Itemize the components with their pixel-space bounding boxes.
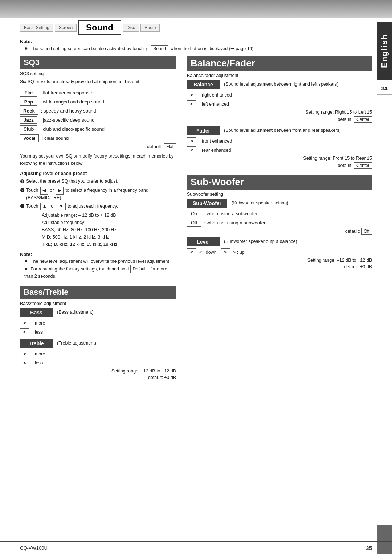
preset-rock: Rock : speedy and heavy sound <box>20 107 176 115</box>
fader-button[interactable]: Fader <box>187 126 220 135</box>
bass-less-btn[interactable]: < <box>20 328 29 336</box>
preset-rock-desc: : speedy and heavy sound <box>41 108 96 114</box>
preset-club-btn[interactable]: Club <box>20 125 37 133</box>
bullet-icon: ● <box>24 45 28 51</box>
step-1-text: Select the preset SQ that you prefer to … <box>26 178 118 184</box>
step-2-num: ❷ <box>20 187 25 194</box>
bullet-icon3: ● <box>24 265 28 272</box>
note-top-text2: when the button is displayed (➡ page 14)… <box>171 46 255 51</box>
treble-desc: (Treble adjustment) <box>57 340 96 347</box>
preset-jazz-btn[interactable]: Jazz <box>20 116 37 124</box>
footer-page: 35 <box>366 545 372 551</box>
balance-left-btn[interactable]: < <box>187 100 196 108</box>
step-3-num: ❸ <box>20 203 25 210</box>
sq3-note-bottom: Note: ● The new level adjustment will ov… <box>20 252 176 280</box>
sub-on-btn[interactable]: On <box>187 210 201 217</box>
step-1: ❶ Select the preset SQ that you prefer t… <box>20 178 176 185</box>
fader-front-btn[interactable]: > <box>187 137 196 145</box>
balance-button[interactable]: Balance <box>187 80 220 89</box>
bass-more-btn[interactable]: > <box>20 319 29 327</box>
treble-less-row: < : less <box>20 359 176 367</box>
note-top-text1: The sound setting screen can be also act… <box>30 46 149 51</box>
level-button-row: Level (Subwoofer speaker output balance) <box>187 237 372 246</box>
bass-button[interactable]: Bass <box>20 308 53 317</box>
preset-pop: Pop : wide-ranged and deep sound <box>20 98 176 106</box>
balance-default: default: Center <box>187 116 372 123</box>
level-up-desc: > : up <box>233 250 245 255</box>
bass-treble-range: Setting range: –12 dB to +12 dB <box>20 368 176 374</box>
fader-rear-btn[interactable]: < <box>187 146 196 154</box>
tab-screen[interactable]: Screen <box>55 24 77 32</box>
fader-rear-label: : rear enhanced <box>199 148 231 153</box>
right-column: Balance/Fader Balance/fader adjustment B… <box>187 56 372 382</box>
level-down-btn[interactable]: < <box>187 248 196 256</box>
balance-right-label: : right enhanced <box>199 93 232 98</box>
treble-more-row: > : more <box>20 350 176 358</box>
sq3-body2: You may set your own SQ or modify factor… <box>20 153 176 167</box>
preset-flat-btn[interactable]: Flat <box>20 89 37 97</box>
balance-right-btn[interactable]: > <box>187 91 196 99</box>
sub-off-row: Off : when not using a subwoofer <box>187 219 372 227</box>
level-up-btn[interactable]: > <box>221 248 230 256</box>
bass-button-row: Bass (Bass adjustment) <box>20 308 176 317</box>
left-arrow-icon: ◀ <box>40 187 48 194</box>
sub-on-desc: : when using a subwoofer <box>204 211 257 216</box>
level-button[interactable]: Level <box>187 237 220 246</box>
bass-treble-subtitle: Bass/treble adjustment <box>20 301 176 306</box>
treble-button[interactable]: Treble <box>20 339 53 348</box>
sq3-default-value: Flat <box>164 143 176 150</box>
bass-less-row: < : less <box>20 328 176 336</box>
bass-desc: (Bass adjustment) <box>57 309 94 316</box>
preset-vocal-desc: : clear sound <box>42 135 69 141</box>
sub-on-row: On : when using a subwoofer <box>187 210 372 217</box>
preset-vocal-btn[interactable]: Vocal <box>20 134 39 142</box>
sub-off-btn[interactable]: Off <box>187 219 201 227</box>
balance-fader-header: Balance/Fader <box>187 56 372 71</box>
sub-woofer-button[interactable]: Sub-Woofer <box>187 199 227 208</box>
sub-woofer-section: Sub-Woofer Subwoofer setting Sub-Woofer … <box>187 175 372 269</box>
preset-vocal: Vocal : clear sound <box>20 134 176 142</box>
sq3-subtitle: SQ3 setting <box>20 71 176 76</box>
treble-less-btn[interactable]: < <box>20 359 29 367</box>
preset-flat: Flat : flat frequency response <box>20 89 176 97</box>
level-default: default: ±0 dB <box>187 264 372 269</box>
sq3-header: SQ3 <box>20 56 176 69</box>
sq3-note-bullet2: ● For resuming the factory settings, tou… <box>20 265 176 280</box>
fader-button-row: Fader (Sound level adjustment between fr… <box>187 126 372 135</box>
tab-radio[interactable]: Radio <box>140 24 160 32</box>
preset-club: Club : club and disco-specific sound <box>20 125 176 133</box>
tab-sound[interactable]: Sound <box>78 20 121 35</box>
sub-woofer-button-row: Sub-Woofer (Subwoofer speaker setting) <box>187 199 372 208</box>
bass-more-row: > : more <box>20 319 176 327</box>
fader-range: Setting range: Front 15 to Rear 15 <box>187 156 372 161</box>
preset-pop-btn[interactable]: Pop <box>20 98 37 106</box>
sub-off-desc: : when not using a subwoofer <box>204 220 265 225</box>
step-3-text: Touch ▲ or ▼ to adjust each frequency. <box>26 203 118 210</box>
fader-default-badge: Center <box>354 162 372 169</box>
treble-more-btn[interactable]: > <box>20 350 29 358</box>
balance-desc: (Sound level adjustment between right an… <box>224 81 338 88</box>
range-line1: Adjustable range: – 12 dB to + 12 dB <box>42 212 176 219</box>
note-top-sound-btn: Sound <box>151 45 168 52</box>
sub-woofer-header: Sub-Woofer <box>187 175 372 190</box>
up-arrow-icon: ▲ <box>40 203 49 210</box>
bass-treble-section: Bass/Treble Bass/treble adjustment Bass … <box>20 286 176 380</box>
balance-button-row: Balance (Sound level adjustment between … <box>187 80 372 89</box>
sq3-section: SQ3 SQ3 setting Six SQ presets are alrea… <box>20 56 176 280</box>
fader-rear-row: < : rear enhanced <box>187 146 372 154</box>
sq3-range-block: Adjustable range: – 12 dB to + 12 dB Adj… <box>20 212 176 248</box>
down-arrow-icon: ▼ <box>57 203 66 210</box>
default-hold-btn: Default <box>130 265 149 273</box>
left-column: SQ3 SQ3 setting Six SQ presets are alrea… <box>20 56 176 382</box>
tab-basic-setting[interactable]: Basic Setting <box>20 24 53 32</box>
preset-rock-btn[interactable]: Rock <box>20 107 38 115</box>
tab-disc[interactable]: Disc <box>123 24 139 32</box>
step-2: ❷ Touch ◀ or ▶ to select a frequency in … <box>20 187 176 201</box>
balance-fader-subtitle: Balance/fader adjustment <box>187 73 372 78</box>
level-arrows-row: < < : down, > > : up <box>187 248 372 256</box>
sq3-default-label: default: <box>147 144 163 149</box>
right-arrow-icon: ▶ <box>56 187 64 194</box>
step-1-num: ❶ <box>20 178 25 185</box>
note-top-bullet: ● The sound setting screen can be also a… <box>20 45 372 52</box>
top-decorative-bar <box>0 0 392 18</box>
